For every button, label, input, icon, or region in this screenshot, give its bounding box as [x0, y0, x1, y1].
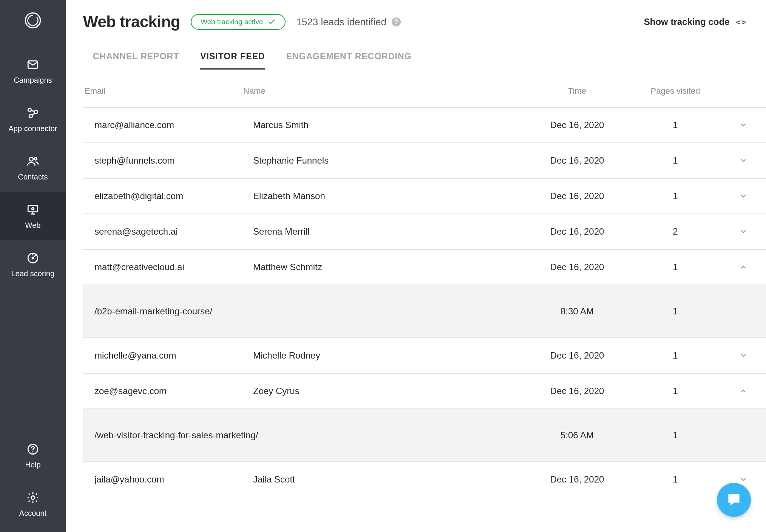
svg-point-9: [32, 207, 34, 210]
chevron-down-icon[interactable]: [724, 476, 762, 483]
tab-visitor-feed[interactable]: VISITOR FEED: [200, 48, 265, 70]
status-pill: Web tracking active: [191, 14, 286, 30]
cell-pages: 1: [626, 262, 724, 272]
connector-icon: [26, 106, 40, 120]
gear-icon: [26, 491, 40, 504]
cell-name: Elizabeth Manson: [253, 191, 528, 201]
table-row[interactable]: elizabeth@digital.comElizabeth MansonDec…: [83, 178, 766, 214]
leads-text: 1523 leads identified: [296, 16, 386, 28]
help-tooltip-icon[interactable]: ?: [392, 17, 401, 26]
cell-name: Michelle Rodney: [253, 350, 528, 361]
help-icon: [26, 442, 40, 456]
cell-name: Zoey Cyrus: [253, 386, 528, 396]
show-tracking-code-button[interactable]: Show tracking code <>: [644, 17, 747, 27]
chat-icon: [726, 492, 742, 508]
svg-point-4: [34, 110, 38, 113]
detail-path: /b2b-email-marketing-course/: [94, 306, 528, 317]
sidebar-item-app-connector[interactable]: App connector: [0, 95, 66, 144]
show-tracking-code-label: Show tracking code: [644, 17, 730, 27]
target-icon: [26, 251, 40, 265]
svg-point-14: [31, 496, 34, 499]
detail-time: 8:30 AM: [528, 306, 626, 317]
sidebar-item-campaigns[interactable]: Campaigns: [0, 47, 66, 95]
cell-pages: 1: [626, 386, 724, 396]
cell-email: matt@creativecloud.ai: [94, 262, 253, 272]
col-email: Email: [85, 86, 243, 96]
svg-point-3: [28, 108, 31, 111]
chevron-down-icon[interactable]: [724, 352, 762, 359]
col-name: Name: [243, 86, 528, 96]
cell-email: steph@funnels.com: [94, 155, 253, 166]
table-row[interactable]: michelle@yana.comMichelle RodneyDec 16, …: [83, 338, 766, 373]
svg-rect-8: [28, 205, 38, 212]
sidebar-item-contacts[interactable]: Contacts: [0, 144, 66, 192]
sidebar-item-help[interactable]: Help: [0, 431, 66, 480]
detail-time: 5:06 AM: [528, 430, 626, 441]
cell-pages: 1: [626, 350, 724, 361]
table-row[interactable]: matt@creativecloud.aiMatthew SchmitzDec …: [83, 249, 766, 285]
cell-time: Dec 16, 2020: [528, 191, 626, 201]
cell-time: Dec 16, 2020: [528, 474, 626, 485]
table-row[interactable]: zoe@sagevc.comZoey CyrusDec 16, 20201: [83, 373, 766, 409]
svg-point-13: [32, 451, 33, 452]
cell-email: jaila@yahoo.com: [94, 474, 253, 485]
sidebar-item-label: Contacts: [18, 173, 48, 181]
logo-icon: [23, 11, 43, 30]
table-row[interactable]: jaila@yahoo.comJaila ScottDec 16, 20201: [83, 462, 766, 497]
cell-name: Stephanie Funnels: [253, 155, 528, 166]
cell-pages: 1: [626, 155, 724, 166]
tab-channel-report[interactable]: CHANNEL REPORT: [93, 48, 179, 70]
table-row-detail: /web-visitor-tracking-for-sales-marketin…: [83, 409, 766, 462]
cell-time: Dec 16, 2020: [528, 120, 626, 130]
chevron-up-icon[interactable]: [724, 387, 762, 395]
code-icon: <>: [736, 17, 747, 27]
cell-time: Dec 16, 2020: [528, 226, 626, 237]
cell-time: Dec 16, 2020: [528, 386, 626, 396]
sidebar-item-web[interactable]: Web: [0, 192, 66, 240]
chevron-down-icon[interactable]: [724, 228, 762, 235]
cell-pages: 1: [626, 191, 724, 201]
check-icon: [267, 18, 276, 26]
monitor-icon: [26, 203, 40, 217]
sidebar-item-label: Web: [25, 221, 41, 230]
table-row[interactable]: steph@funnels.comStephanie FunnelsDec 16…: [83, 143, 766, 178]
cell-email: zoe@sagevc.com: [94, 386, 253, 396]
svg-point-6: [29, 157, 33, 161]
sidebar-item-label: Help: [25, 461, 40, 469]
cell-time: Dec 16, 2020: [528, 262, 626, 272]
sidebar-item-label: App connector: [9, 124, 57, 133]
cell-pages: 2: [626, 226, 724, 237]
cell-email: serena@sagetech.ai: [94, 226, 253, 237]
cell-name: Matthew Schmitz: [253, 262, 528, 272]
sidebar-item-label: Lead scoring: [11, 269, 55, 278]
col-pages: Pages visited: [626, 86, 724, 96]
cell-pages: 1: [626, 120, 724, 130]
detail-pages: 1: [626, 306, 724, 317]
table-row[interactable]: serena@sagetech.aiSerena MerrillDec 16, …: [83, 214, 766, 249]
main-content: Web tracking Web tracking active 1523 le…: [66, 0, 766, 512]
table-header: Email Name Time Pages visited: [83, 73, 766, 108]
svg-point-7: [34, 157, 37, 160]
cell-pages: 1: [626, 474, 724, 485]
detail-pages: 1: [626, 430, 724, 441]
page-header: Web tracking Web tracking active 1523 le…: [83, 13, 766, 31]
chat-launcher-button[interactable]: [717, 483, 751, 517]
tabs: CHANNEL REPORT VISITOR FEED ENGAGEMENT R…: [83, 48, 766, 70]
tab-engagement-recording[interactable]: ENGAGEMENT RECORDING: [286, 48, 412, 70]
sidebar-item-label: Account: [19, 509, 46, 518]
table-row-detail: /b2b-email-marketing-course/8:30 AM1: [83, 285, 766, 338]
sidebar-item-account[interactable]: Account: [0, 480, 66, 528]
chevron-down-icon[interactable]: [724, 157, 762, 164]
sidebar-item-lead-scoring[interactable]: Lead scoring: [0, 240, 66, 289]
sidebar: Campaigns App connector Contacts Web Lea…: [0, 0, 66, 532]
contacts-icon: [26, 155, 40, 168]
cell-email: marc@alliance.com: [94, 120, 253, 130]
chevron-down-icon[interactable]: [724, 121, 762, 129]
chevron-up-icon[interactable]: [724, 263, 762, 271]
table-row[interactable]: marc@alliance.comMarcus SmithDec 16, 202…: [83, 108, 766, 143]
cell-email: elizabeth@digital.com: [94, 191, 253, 201]
cell-name: Serena Merrill: [253, 226, 528, 237]
status-text: Web tracking active: [201, 18, 263, 26]
chevron-down-icon[interactable]: [724, 192, 762, 200]
leads-identified: 1523 leads identified ?: [296, 16, 401, 28]
